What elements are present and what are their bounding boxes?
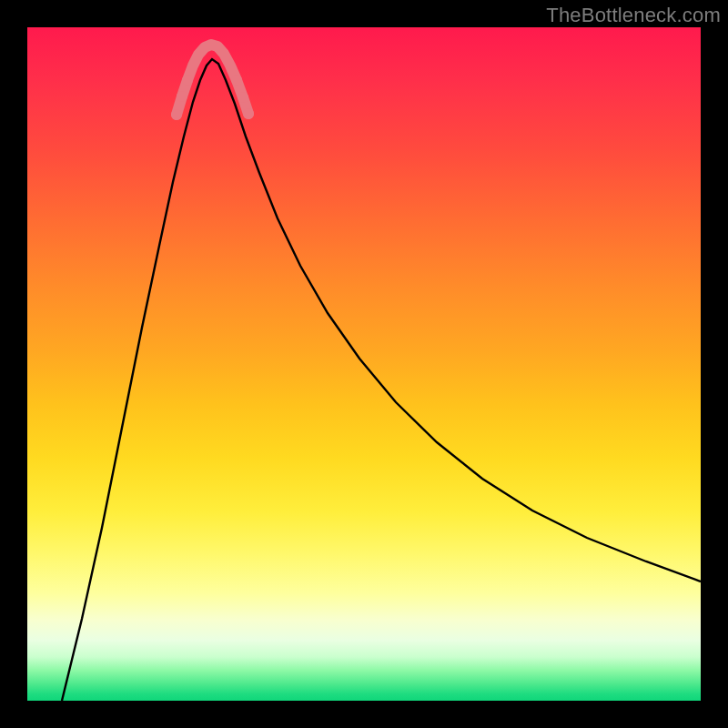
pink-bottom-marker-dot [231, 75, 242, 86]
pink-bottom-marker-dot [182, 75, 193, 86]
pink-bottom-marker-dot [171, 109, 182, 120]
pink-bottom-marker-dot [177, 91, 187, 102]
pink-bottom-marker-dot [243, 108, 254, 119]
plot-area [27, 27, 701, 701]
black-curve [62, 59, 701, 701]
frame: TheBottleneck.com [0, 0, 728, 728]
watermark-text: TheBottleneck.com [546, 4, 721, 27]
pink-bottom-marker-dot [238, 92, 248, 103]
chart-lines [27, 27, 701, 701]
